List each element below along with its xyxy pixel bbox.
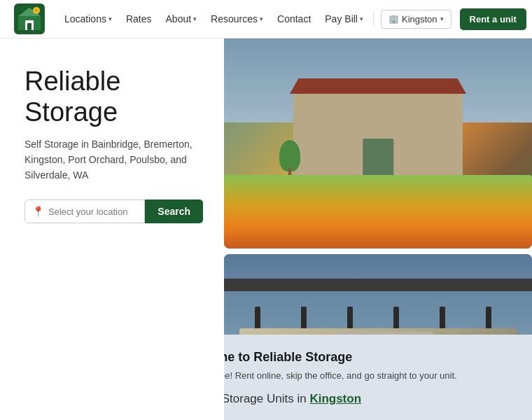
nav-locations[interactable]: Locations ▾ [59,9,118,29]
navbar-links: Locations ▾ Rates About ▾ Resources ▾ Co… [59,8,526,30]
location-building-icon: 🏢 [388,14,399,24]
nav-contact[interactable]: Contact [272,9,316,29]
nav-resources[interactable]: Resources ▾ [205,9,269,29]
nav-paybill[interactable]: Pay Bill ▾ [319,9,369,29]
rates-label: Rates [126,13,152,24]
location-label: Kingston [402,14,438,24]
about-chevron-icon: ▾ [193,15,197,22]
hero-panel: Reliable Storage Self Storage in Bainbri… [0,38,224,420]
nav-divider [373,12,374,26]
search-input-wrap[interactable]: 📍 [24,200,145,223]
hero-image-top [224,38,532,248]
search-button[interactable]: Search [145,200,203,223]
featured-city-link[interactable]: Kingston [309,392,361,405]
location-selector[interactable]: 🏢 Kingston ▾ [381,10,451,29]
hero-subtitle: Self Storage in Bainbridge, Bremerton, K… [24,137,203,183]
paybill-label: Pay Bill [325,13,358,24]
locations-label: Locations [64,13,106,24]
search-input[interactable] [48,206,137,217]
about-label: About [166,13,192,24]
svg-rect-4 [27,23,31,30]
paybill-chevron-icon: ▾ [360,15,363,22]
search-row: 📍 Search [24,200,203,223]
pin-icon: 📍 [32,206,44,217]
rent-unit-button[interactable]: Rent a unit [460,8,526,30]
resources-label: Resources [211,13,258,24]
main-content: Reliable Storage Self Storage in Bainbri… [0,38,532,420]
resources-chevron-icon: ▾ [260,15,263,22]
contact-label: Contact [277,13,311,24]
locations-chevron-icon: ▾ [108,15,112,22]
logo[interactable] [14,4,45,34]
navbar: Locations ▾ Rates About ▾ Resources ▾ Co… [0,0,532,38]
nav-about[interactable]: About ▾ [160,9,203,29]
location-chevron-icon: ▾ [440,15,444,22]
nav-rates[interactable]: Rates [120,9,158,29]
hero-title: Reliable Storage [24,66,203,127]
